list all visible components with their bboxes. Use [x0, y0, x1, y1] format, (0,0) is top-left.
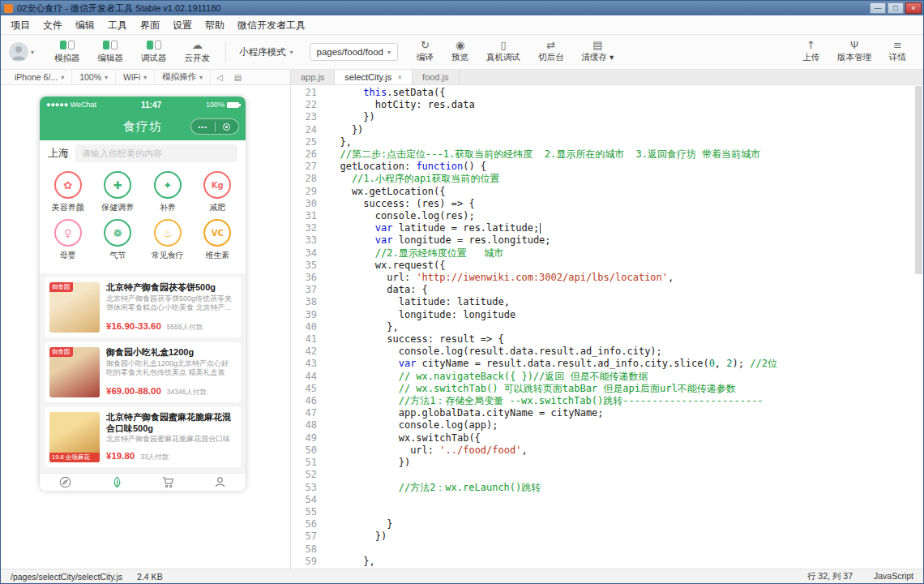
- exit-icon[interactable]: [216, 123, 239, 131]
- home-icon: [58, 475, 72, 492]
- debugger-toggle-icon: [147, 41, 161, 50]
- mode-dropdown[interactable]: 小程序模式 ▾: [233, 43, 300, 62]
- minimize-button[interactable]: —: [870, 2, 886, 14]
- product-price: ¥16.90-33.60: [106, 321, 161, 331]
- category-item-8[interactable]: VC维生素: [193, 219, 243, 261]
- zoom-dropdown[interactable]: 100%▾: [72, 70, 116, 84]
- code-line: 35 wx.request({: [291, 260, 923, 272]
- avatar: [9, 42, 28, 62]
- battery-percent: 100%: [206, 101, 225, 109]
- screenshot-icon[interactable]: ▤: [229, 73, 247, 82]
- language-mode[interactable]: JavaScript: [874, 571, 913, 582]
- category-item-4[interactable]: Kg减肥: [193, 171, 243, 213]
- product-title: 北京特产御食园茯苓饼500g: [106, 282, 236, 294]
- compile-icon: ↻: [421, 41, 430, 50]
- toolbar-action-编译[interactable]: ↻编译: [408, 41, 443, 63]
- category-item-7[interactable]: ♨常见食疗: [143, 219, 193, 261]
- toolbar-toggle-4[interactable]: ☁云开发: [176, 41, 220, 64]
- menu-item-2[interactable]: 文件: [36, 15, 69, 35]
- leaf-icon: [110, 475, 124, 492]
- toolbar-action-详情[interactable]: ≡详情: [880, 41, 915, 63]
- code-line: 47 app.globalData.cityName = cityName;: [291, 407, 923, 419]
- editor-tab-app.js[interactable]: app.js: [291, 70, 335, 84]
- line-number: 27: [291, 161, 328, 173]
- phone-tab-食疗坊[interactable]: 食疗坊: [92, 474, 143, 491]
- device-dropdown[interactable]: iPhone 6/...▾: [7, 70, 72, 84]
- editor-tab-selectCity.js[interactable]: selectCity.js×: [335, 70, 413, 84]
- editor-tab-food.js[interactable]: food.js: [413, 70, 459, 84]
- menubar: 项目文件编辑工具界面设置帮助微信开发者工具: [1, 15, 923, 35]
- product-sales: 5555人付款: [167, 323, 203, 333]
- line-number: 37: [291, 284, 328, 296]
- toolbar-action-版本管理[interactable]: Ψ版本管理: [828, 41, 880, 63]
- menu-item-8[interactable]: 微信开发者工具: [231, 15, 312, 35]
- maximize-button[interactable]: □: [888, 2, 904, 14]
- menu-item-4[interactable]: 工具: [101, 15, 134, 35]
- category-label: 常见食疗: [152, 250, 184, 261]
- category-icon: ✿: [54, 171, 82, 199]
- toolbar-action-预览[interactable]: ◉预览: [443, 41, 477, 63]
- operations-dropdown-label: 模拟操作: [162, 71, 196, 83]
- network-dropdown[interactable]: WiFi▾: [116, 70, 155, 84]
- code-line: 42 console.log(result.data.result.ad_inf…: [291, 346, 923, 358]
- product-card-3[interactable]: 19.8 全场麻花北京特产御食园蜜麻花脆麻花混合口味500g北京特产御食园蜜麻花…: [45, 407, 241, 467]
- toolbar-action-切后台[interactable]: ⇄切后台: [529, 41, 573, 63]
- phone-tab-首页[interactable]: 首页: [40, 474, 92, 491]
- category-item-1[interactable]: ✿美容养颜: [43, 171, 93, 213]
- product-card-2[interactable]: 御食园御食园小吃礼盒1200g御食园小吃礼盒1200g北京特产点心好吃的零食大礼…: [45, 342, 241, 402]
- menu-item-7[interactable]: 帮助: [199, 15, 231, 35]
- category-grid: ✿美容养颜✚保健调养✦补养Kg减肥♀母婴❁气节♨常见食疗VC维生素: [40, 166, 246, 273]
- toolbar-action-真机调试[interactable]: ▯真机调试: [477, 41, 529, 63]
- toolbar-toggle-label: 模拟器: [54, 53, 80, 64]
- file-size: 2.4 KB: [137, 572, 163, 582]
- user-icon: [213, 475, 227, 492]
- code-line: 37 data: {: [291, 284, 923, 296]
- phone-tab-我的[interactable]: 我的: [195, 474, 246, 491]
- menu-item-6[interactable]: 设置: [166, 15, 199, 35]
- code-line: 53 //方法2：wx.reLaunch()跳转: [291, 482, 923, 494]
- chevron-down-icon: ▾: [105, 74, 108, 81]
- editor-tab-label: app.js: [301, 72, 324, 82]
- more-icon[interactable]: •••: [191, 123, 215, 131]
- code-line: 48 console.log(app);: [291, 419, 923, 432]
- chevron-down-icon: ▾: [387, 49, 391, 56]
- scrollbar-thumb[interactable]: [915, 86, 922, 274]
- cursor-position[interactable]: 行 32, 列 37: [807, 571, 853, 582]
- toolbar-toggle-2[interactable]: 编辑器: [89, 41, 133, 64]
- category-icon: ❁: [104, 219, 131, 247]
- sound-icon[interactable]: ◁: [211, 73, 229, 82]
- line-number: 32: [291, 222, 328, 234]
- close-button[interactable]: ×: [905, 2, 922, 14]
- city-selector[interactable]: 上海: [48, 146, 69, 161]
- code-editor[interactable]: 21 this.setData({22 hotCity: res.data23 …: [291, 85, 923, 569]
- toolbar-action-label: 真机调试: [486, 52, 520, 63]
- category-item-2[interactable]: ✚保健调养: [93, 171, 143, 213]
- cache-icon: ▤: [592, 41, 602, 50]
- category-label: 美容养颜: [52, 202, 84, 213]
- code-line: 50 url: '../food/food',: [291, 444, 923, 457]
- code-line: 54: [291, 494, 923, 506]
- line-number: 39: [291, 309, 328, 321]
- close-icon[interactable]: ×: [397, 73, 402, 82]
- account-menu[interactable]: ▾: [9, 42, 34, 62]
- search-input[interactable]: [75, 144, 237, 162]
- editor-scrollbar[interactable]: [914, 85, 923, 569]
- menu-item-5[interactable]: 界面: [134, 15, 166, 35]
- category-item-3[interactable]: ✦补养: [143, 171, 193, 213]
- page-path-dropdown[interactable]: pages/food/food ▾: [310, 43, 399, 61]
- toolbar-toggle-3[interactable]: 调试器: [132, 41, 176, 64]
- category-item-5[interactable]: ♀母婴: [43, 219, 93, 261]
- toolbar-action-清缓存[interactable]: ▤清缓存 ▾: [573, 41, 623, 63]
- product-card-1[interactable]: 御食园北京特产御食园茯苓饼500g北京特产御食园茯苓饼500g传统茯苓夹饼休闲零…: [45, 277, 241, 337]
- editor-toggle-icon: [103, 41, 118, 50]
- product-list: 御食园北京特产御食园茯苓饼500g北京特产御食园茯苓饼500g传统茯苓夹饼休闲零…: [40, 273, 246, 473]
- menu-item-3[interactable]: 编辑: [69, 15, 101, 35]
- toolbar-toggle-1[interactable]: 模拟器: [45, 41, 89, 64]
- category-item-6[interactable]: ❁气节: [93, 219, 143, 261]
- file-path: /pages/selectCity/selectCity.js: [11, 572, 122, 582]
- product-overlay: 19.8 全场麻花: [49, 453, 100, 462]
- menu-item-1[interactable]: 项目: [4, 15, 36, 35]
- toolbar-action-上传[interactable]: ↑上传: [794, 41, 828, 63]
- operations-dropdown[interactable]: 模拟操作▾: [155, 70, 211, 84]
- phone-tab-购物车[interactable]: 购物车: [143, 474, 195, 491]
